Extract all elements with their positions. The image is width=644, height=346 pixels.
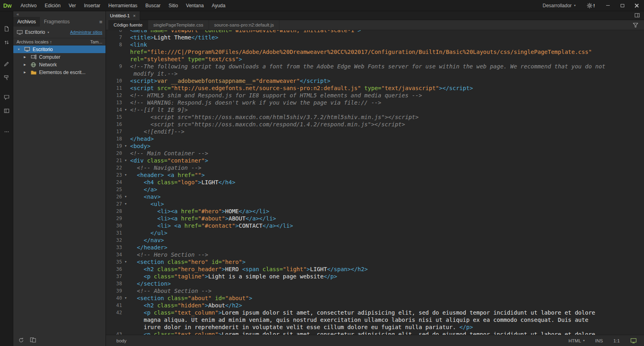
code-line-text[interactable]: <p class="text_column">Lorem ipsum dolor… <box>129 309 644 316</box>
tree-item-computer[interactable]: ▶ Computer <box>13 53 106 61</box>
workspace-switcher[interactable]: Desarrollador ▾ <box>537 3 581 8</box>
code-line-text[interactable]: <section class="hero" id="hero"> <box>129 258 644 266</box>
menu-archivo[interactable]: Archivo <box>17 0 41 11</box>
tab-fragmentos[interactable]: Fragmentos <box>40 17 74 27</box>
code-line[interactable]: 32 </nav> <box>106 237 644 244</box>
collapsed-arrow-icon[interactable]: ▶ <box>24 56 29 59</box>
collapsed-arrow-icon[interactable]: ▶ <box>24 71 29 74</box>
menu-ayuda[interactable]: Ayuda <box>208 0 230 11</box>
code-line-text[interactable]: <![endif]--> <box>129 128 644 135</box>
code-line-text[interactable]: <h2 class="hidden">About</h2> <box>129 302 644 309</box>
expand-panels-button[interactable] <box>634 12 640 19</box>
code-line-text[interactable]: <script src="http://use.edgefonts.net/so… <box>129 84 644 92</box>
code-line-text[interactable]: <script src="https://oss.maxcdn.com/html… <box>129 113 644 121</box>
realtime-preview-button[interactable] <box>630 338 637 344</box>
code-line[interactable]: 41 <h2 class="hidden">About</h2> <box>106 302 644 309</box>
code-line[interactable]: 24 <h4 class="logo">LIGHT</h4> <box>106 179 644 186</box>
collapsed-arrow-icon[interactable]: ▶ <box>24 63 29 66</box>
code-line-text[interactable]: <section class="about" id="about"> <box>129 295 644 302</box>
menu-ventana[interactable]: Ventana <box>182 0 208 11</box>
code-line[interactable]: 18</head> <box>106 135 644 142</box>
related-file-css[interactable]: singlePageTemplate.css <box>148 20 209 30</box>
code-line-text[interactable]: <p class="text_column">Lorem ipsum dolor… <box>129 331 644 335</box>
menu-herramientas[interactable]: Herramientas <box>104 0 141 11</box>
code-line[interactable]: 36 <h2 class="hero_header">HERO <span cl… <box>106 266 644 273</box>
code-line[interactable]: 34 <!-- Hero Section --> <box>106 251 644 258</box>
code-line[interactable]: magna aliqua. Ut enim ad minim veniam, q… <box>106 316 644 323</box>
code-line[interactable]: 12<!-- HTML5 shim and Respond.js for IE8… <box>106 92 644 99</box>
code-line-text[interactable]: magna aliqua. Ut enim ad minim veniam, q… <box>129 316 644 323</box>
code-line[interactable]: 26▼ <nav> <box>106 193 644 200</box>
code-line-text[interactable]: <nav> <box>129 193 644 200</box>
code-line[interactable]: 14▼<!--[if lt IE 9]> <box>106 106 644 113</box>
close-document-icon[interactable]: × <box>133 13 135 18</box>
comments-button[interactable] <box>0 92 13 102</box>
code-line[interactable]: 9<!--The following script tag downloads … <box>106 63 644 70</box>
expanded-arrow-icon[interactable]: ▼ <box>17 48 23 51</box>
code-line[interactable]: 35▼ <section class="hero" id="hero"> <box>106 258 644 266</box>
code-line[interactable]: 33 </header> <box>106 244 644 251</box>
code-line[interactable]: 19▼<body> <box>106 142 644 150</box>
code-line-text[interactable]: </nav> <box>129 237 644 244</box>
code-line[interactable]: 17 <![endif]--> <box>106 128 644 135</box>
code-line[interactable]: rel="stylesheet" type="text/css"> <box>106 56 644 63</box>
code-line[interactable]: href="file:///C|/Program%20Files/Adobe/A… <box>106 48 644 56</box>
code-line-text[interactable]: <meta name="viewport" content="width=dev… <box>129 30 644 34</box>
code-line[interactable]: 15 <script src="https://oss.maxcdn.com/h… <box>106 113 644 121</box>
code-line[interactable]: 40▼ <section class="about" id="about"> <box>106 295 644 302</box>
code-line[interactable]: 37 <p class="tagline">Light is a simple … <box>106 273 644 280</box>
code-fold-icon[interactable]: ▼ <box>122 295 129 302</box>
collapse-panels-icon[interactable]: « <box>17 12 19 16</box>
code-line-text[interactable]: <!-- Main Container --> <box>129 150 644 157</box>
code-line[interactable]: 16 <script src="https://oss.maxcdn.com/r… <box>106 121 644 128</box>
menu-ver[interactable]: Ver <box>64 0 80 11</box>
tree-item-escritorio[interactable]: ▼ Escritorio <box>13 45 106 53</box>
app-updates-button[interactable]: ! <box>581 3 601 8</box>
code-fold-icon[interactable]: ▼ <box>122 193 129 200</box>
code-fold-icon[interactable]: ▼ <box>122 157 129 164</box>
file-activity-button[interactable] <box>30 337 36 344</box>
code-line-text[interactable]: <script src="https://oss.maxcdn.com/resp… <box>129 121 644 128</box>
tree-item-elementos[interactable]: ▶ Elementos de escrit... <box>13 68 106 76</box>
code-line[interactable]: 8<link <box>106 41 644 48</box>
tree-item-network[interactable]: ▶ Network <box>13 61 106 68</box>
code-line-text[interactable]: <!-- Hero Section --> <box>129 251 644 258</box>
code-line-text[interactable]: href="file:///C|/Program%20Files/Adobe/A… <box>129 48 644 56</box>
column-size-header[interactable]: Tam... <box>90 39 102 44</box>
code-line[interactable]: 38 </section> <box>106 280 644 287</box>
code-line-text[interactable]: <ul> <box>129 200 644 208</box>
code-line[interactable]: 29 <li><a href="#about">ABOUT</a></li> <box>106 215 644 222</box>
code-line[interactable]: 30 <li> <a href="#contact">CONTACT</a></… <box>106 222 644 229</box>
code-line-text[interactable]: <!-- About Section --> <box>129 287 644 295</box>
code-line-text[interactable]: <!--The following script tag downloads a… <box>129 63 644 70</box>
code-line[interactable]: 13<!-- WARNING: Respond.js doesn't work … <box>106 99 644 106</box>
code-line-text[interactable]: </ul> <box>129 229 644 237</box>
code-line-text[interactable]: <p class="tagline">Light is a simple one… <box>129 273 644 280</box>
menu-edicion[interactable]: Edición <box>41 0 64 11</box>
code-line-text[interactable]: </section> <box>129 280 644 287</box>
code-fold-icon[interactable]: ▼ <box>122 200 129 208</box>
code-line-text[interactable]: <body> <box>129 142 644 150</box>
menu-insertar[interactable]: Insertar <box>80 0 104 11</box>
refresh-button[interactable] <box>18 337 24 345</box>
code-line[interactable]: 21▼<div class="container"> <box>106 157 644 164</box>
menu-buscar[interactable]: Buscar <box>141 0 164 11</box>
code-line-text[interactable]: <script>var __adobewebfontsappname__="dr… <box>129 77 644 84</box>
code-fold-icon[interactable]: ▼ <box>122 142 129 150</box>
code-line-text[interactable]: <h2 class="hero_header">HERO <span class… <box>129 266 644 273</box>
menu-sitio[interactable]: Sitio <box>164 0 182 11</box>
code-line[interactable]: 20<!-- Main Container --> <box>106 150 644 157</box>
code-line-text[interactable]: <li><a href="#about">ABOUT</a></li> <box>129 215 644 222</box>
column-name-header[interactable]: Archivos locales ↑ <box>17 39 52 44</box>
close-button[interactable] <box>630 0 644 11</box>
code-line-text[interactable]: <!-- Navigation --> <box>129 164 644 171</box>
panel-menu-icon[interactable]: ≡ <box>99 19 102 25</box>
code-line[interactable]: 27▼ <ul> <box>106 200 644 208</box>
panels-button[interactable] <box>0 105 13 116</box>
filter-related-files-button[interactable] <box>633 23 638 28</box>
code-line[interactable]: 39 <!-- About Section --> <box>106 287 644 295</box>
code-fold-icon[interactable]: ▼ <box>122 106 129 113</box>
code-line-text[interactable]: <header> <a href=""> <box>129 171 644 179</box>
edit-tool-button[interactable] <box>0 58 13 68</box>
code-line[interactable]: 7<title>Light Theme</title> <box>106 34 644 41</box>
